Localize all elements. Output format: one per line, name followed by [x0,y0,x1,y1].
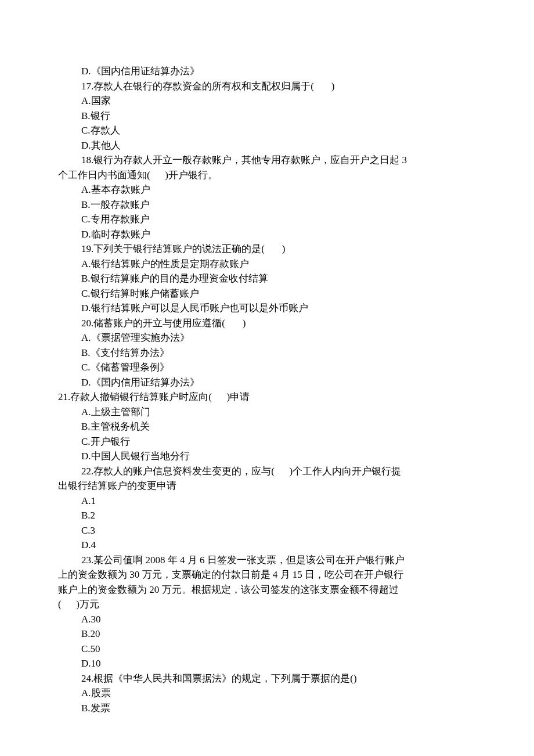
text-line: 出银行结算账户的变更申请 [58,478,476,494]
text-line: C.3 [58,523,476,538]
text-line: A.30 [58,612,476,627]
text-line: C.50 [58,642,476,657]
text-line: C.《储蓄管理条例》 [58,360,476,375]
text-line: A.国家 [58,93,476,109]
text-line: ( )万元 [58,597,476,612]
text-line: A.《票据管理实施办法》 [58,330,476,345]
text-line: D.《国内信用证结算办法》 [58,64,476,79]
text-line: 20.储蓄账户的开立与使用应遵循( ) [58,316,476,331]
text-line: D.其他人 [58,138,476,153]
text-line: A.银行结算账户的性质是定期存款账户 [58,257,476,272]
text-line: 23.某公司值啊 2008 年 4 月 6 日签发一张支票，但是该公司在开户银行… [58,553,476,568]
text-line: D.《国内信用证结算办法》 [58,375,476,390]
text-line: D.4 [58,538,476,553]
text-line: A.上级主管部门 [58,405,476,420]
text-line: 24.根据《中华人民共和国票据法》的规定，下列属于票据的是() [58,671,476,686]
text-line: B.发票 [58,701,476,716]
text-line: B.一般存款账户 [58,197,476,213]
text-line: 17.存款人在银行的存款资金的所有权和支配权归属于( ) [58,79,476,94]
text-line: B.20 [58,627,476,642]
text-line: A.基本存款账户 [58,182,476,197]
text-line: B.银行结算账户的目的是办理资金收付结算 [58,271,476,286]
text-line: 个工作日内书面通知( )开户银行。 [58,168,476,183]
text-line: B.银行 [58,109,476,124]
text-line: C.专用存款账户 [58,212,476,227]
text-line: B.主管税务机关 [58,419,476,434]
text-line: D.临时存款账户 [58,227,476,242]
text-line: A.1 [58,494,476,509]
text-line: 22.存款人的账户信息资料发生变更的，应与( )个工作人内向开户银行提 [58,464,476,479]
text-line: D.10 [58,656,476,671]
text-line: 账户上的资金数额为 20 万元。根据规定，该公司签发的这张支票金额不得超过 [58,582,476,597]
question-list: D.《国内信用证结算办法》17.存款人在银行的存款资金的所有权和支配权归属于( … [58,64,476,715]
text-line: C.存款人 [58,123,476,138]
text-line: 18.银行为存款人开立一般存款账户，其他专用存款账户，应自开户之日起 3 [58,153,476,168]
text-line: D.中国人民银行当地分行 [58,449,476,464]
text-line: C.开户银行 [58,434,476,449]
text-line: 19.下列关于银行结算账户的说法正确的是( ) [58,242,476,257]
document-page: D.《国内信用证结算办法》17.存款人在银行的存款资金的所有权和支配权归属于( … [0,0,534,756]
text-line: B.2 [58,508,476,523]
text-line: 上的资金数额为 30 万元，支票确定的付款日前是 4 月 15 日，吃公司在开户… [58,567,476,582]
text-line: B.《支付结算办法》 [58,345,476,361]
text-line: D.银行结算账户可以是人民币账户也可以是外币账户 [58,301,476,316]
text-line: 21.存款人撤销银行结算账户时应向( )申请 [58,390,476,405]
text-line: C.银行结算时账户储蓄账户 [58,286,476,301]
text-line: A.股票 [58,686,476,701]
